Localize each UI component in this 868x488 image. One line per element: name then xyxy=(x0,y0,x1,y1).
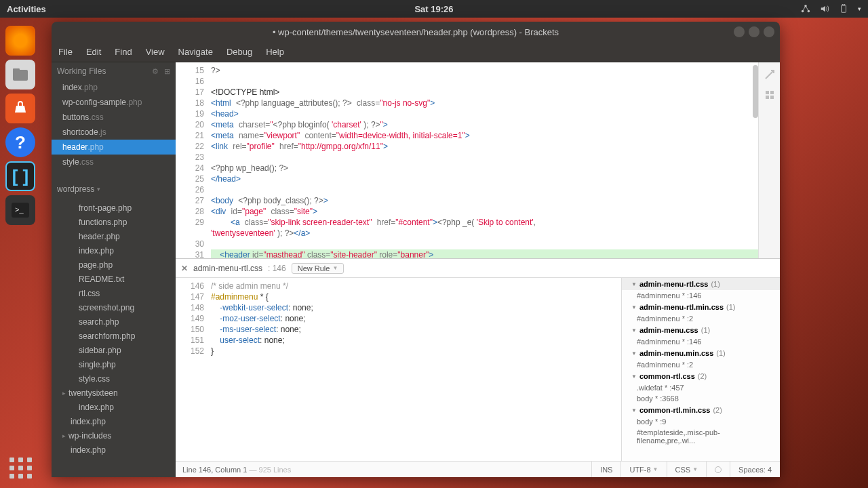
menu-edit[interactable]: Edit xyxy=(86,47,101,57)
maximize-button[interactable] xyxy=(749,26,760,37)
result-file[interactable]: ▼common-rtl.css (2) xyxy=(622,370,780,382)
quick-edit-header: ✕ admin-menu-rtl.css: 146 New Rule▼ xyxy=(176,259,780,278)
split-icon[interactable]: ⊞ xyxy=(164,67,170,76)
sidebar: Working Files ⚙⊞ index.phpwp-config-samp… xyxy=(52,62,176,477)
result-match[interactable]: #adminmenu * :2 xyxy=(622,359,780,370)
working-file[interactable]: index.php xyxy=(52,80,176,95)
working-file[interactable]: shortcode.js xyxy=(52,125,176,140)
help-icon[interactable]: ? xyxy=(5,127,35,157)
brackets-window: • wp-content/themes/twentyseventeen/head… xyxy=(52,22,780,477)
system-tray[interactable]: ▾ xyxy=(801,4,861,14)
tree-item[interactable]: page.php xyxy=(52,258,176,272)
extensions-icon[interactable] xyxy=(764,89,775,100)
network-icon xyxy=(801,4,810,14)
ubuntu-dock: ? [ ] >_ xyxy=(0,18,41,488)
working-file[interactable]: buttons.css xyxy=(52,110,176,125)
menubar: File Edit Find View Navigate Debug Help xyxy=(52,42,780,62)
svg-rect-9 xyxy=(766,91,769,94)
tree-item[interactable]: search.php xyxy=(52,314,176,329)
results-list[interactable]: ▼admin-menu-rtl.css (1)#adminmenu * :146… xyxy=(621,278,780,461)
result-match[interactable]: .widefat * :457 xyxy=(622,382,780,393)
tree-item[interactable]: index.php xyxy=(52,414,176,428)
statusbar: Line 146, Column 1 — 925 Lines INS UTF-8… xyxy=(176,461,780,477)
tree-item[interactable]: index.php xyxy=(52,400,176,414)
terminal-icon[interactable]: >_ xyxy=(5,195,35,225)
lint-status[interactable] xyxy=(706,462,730,478)
volume-icon xyxy=(820,4,829,14)
tree-item[interactable]: style.css xyxy=(52,371,176,386)
menu-find[interactable]: Find xyxy=(115,47,132,57)
tree-item[interactable]: index.php xyxy=(52,443,176,457)
firefox-icon[interactable] xyxy=(5,26,35,56)
tree-item[interactable]: screenshot.png xyxy=(52,300,176,314)
menu-view[interactable]: View xyxy=(146,47,165,57)
tree-item[interactable]: header.php xyxy=(52,229,176,243)
project-dropdown[interactable]: wordpress▾ xyxy=(52,182,176,197)
insert-mode[interactable]: INS xyxy=(591,462,620,478)
tree-item[interactable]: front-page.php xyxy=(52,201,176,215)
svg-rect-11 xyxy=(766,96,769,99)
live-preview-icon[interactable] xyxy=(764,69,775,80)
right-toolbar xyxy=(758,62,780,258)
working-file[interactable]: wp-config-sample.php xyxy=(52,95,176,110)
tree-item[interactable]: twentysixteen xyxy=(52,386,176,400)
svg-rect-4 xyxy=(842,4,845,5)
svg-rect-3 xyxy=(842,5,846,13)
working-files-header[interactable]: Working Files ⚙⊞ xyxy=(52,62,176,80)
tree-item[interactable]: wp-includes xyxy=(52,428,176,443)
working-file[interactable]: header.php xyxy=(52,140,176,155)
menu-debug[interactable]: Debug xyxy=(226,47,252,57)
gnome-topbar: Activities Sat 19:26 ▾ xyxy=(0,0,868,18)
software-icon[interactable] xyxy=(5,94,35,123)
close-panel-icon[interactable]: ✕ xyxy=(181,264,188,273)
tree-item[interactable]: sidebar.php xyxy=(52,343,176,357)
quick-edit-code[interactable]: 146147148149150151152 /* side admin menu… xyxy=(176,278,621,461)
encoding[interactable]: UTF-8▼ xyxy=(620,462,666,478)
tree-item[interactable]: functions.php xyxy=(52,215,176,229)
activities-button[interactable]: Activities xyxy=(7,4,46,14)
result-match[interactable]: body * :3668 xyxy=(622,393,780,404)
window-title: • wp-content/themes/twentyseventeen/head… xyxy=(273,27,559,37)
svg-rect-5 xyxy=(13,70,28,81)
result-match[interactable]: #adminmenu * :2 xyxy=(622,313,780,324)
language[interactable]: CSS▼ xyxy=(667,462,707,478)
code-editor[interactable]: 1516171819202122232425262728293031 ?> <!… xyxy=(176,62,780,259)
result-file[interactable]: ▼admin-menu-rtl.min.css (1) xyxy=(622,301,780,313)
titlebar[interactable]: • wp-content/themes/twentyseventeen/head… xyxy=(52,22,780,42)
code-area[interactable]: ?> <!DOCTYPE html> <html <?php language_… xyxy=(211,62,758,258)
result-match[interactable]: body * :9 xyxy=(622,416,780,427)
result-file[interactable]: ▼admin-menu.min.css (1) xyxy=(622,347,780,359)
battery-icon xyxy=(839,4,848,14)
clock[interactable]: Sat 19:26 xyxy=(414,4,453,14)
minimize-button[interactable] xyxy=(734,26,745,37)
result-match[interactable]: #templateside,.misc-pub-filename,pre,.wi… xyxy=(622,427,780,446)
result-match[interactable]: #adminmenu * :146 xyxy=(622,290,780,301)
brackets-icon[interactable]: [ ] xyxy=(5,161,35,191)
result-file[interactable]: ▼common-rtl.min.css (2) xyxy=(622,404,780,416)
menu-navigate[interactable]: Navigate xyxy=(178,47,213,57)
indent[interactable]: Spaces: 4 xyxy=(730,462,780,478)
tree-item[interactable]: README.txt xyxy=(52,272,176,286)
result-match[interactable]: #adminmenu * :146 xyxy=(622,336,780,347)
tree-item[interactable]: single.php xyxy=(52,357,176,371)
tree-item[interactable]: rtl.css xyxy=(52,286,176,300)
menu-help[interactable]: Help xyxy=(266,47,284,57)
new-rule-button[interactable]: New Rule▼ xyxy=(292,263,344,274)
files-icon[interactable] xyxy=(5,60,35,89)
tree-item[interactable]: searchform.php xyxy=(52,329,176,343)
power-icon: ▾ xyxy=(858,5,861,12)
line-gutter: 1516171819202122232425262728293031 xyxy=(176,62,211,258)
gear-icon[interactable]: ⚙ xyxy=(152,67,159,76)
working-file[interactable]: style.css xyxy=(52,155,176,169)
scrollbar[interactable] xyxy=(753,65,758,118)
cursor-position[interactable]: Line 146, Column 1 xyxy=(182,466,247,474)
result-file[interactable]: ▼admin-menu.css (1) xyxy=(622,324,780,336)
close-button[interactable] xyxy=(764,26,774,37)
tree-item[interactable]: index.php xyxy=(52,243,176,258)
svg-rect-12 xyxy=(770,96,774,99)
svg-rect-6 xyxy=(13,68,20,71)
result-file[interactable]: ▼admin-menu-rtl.css (1) xyxy=(622,278,780,290)
show-apps-icon[interactable] xyxy=(9,458,33,479)
svg-text:>_: >_ xyxy=(15,205,24,214)
menu-file[interactable]: File xyxy=(58,47,73,57)
